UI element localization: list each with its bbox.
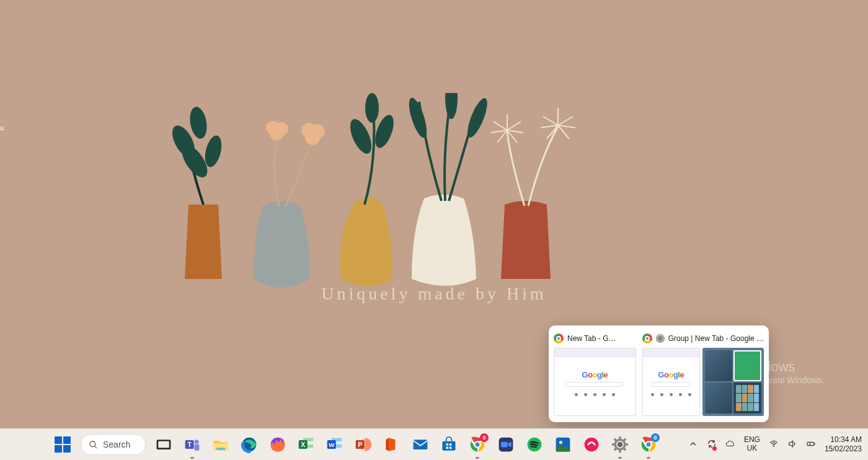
svg-point-1	[188, 105, 210, 140]
chevron-up-icon	[688, 439, 698, 449]
preview-thumbnail[interactable]: Google	[642, 348, 700, 416]
onedrive-icon[interactable]	[725, 439, 735, 451]
svg-text:X: X	[301, 441, 305, 448]
photos-app[interactable]	[552, 434, 574, 455]
wifi-icon[interactable]	[769, 439, 779, 451]
spotify-app[interactable]	[524, 434, 545, 455]
svg-line-26	[558, 125, 569, 139]
svg-rect-84	[814, 443, 815, 445]
edge-app[interactable]	[239, 434, 260, 455]
snap-layout-panel[interactable]	[702, 348, 764, 416]
clock-time: 10:34 AM	[830, 435, 862, 445]
svg-line-29	[541, 125, 558, 128]
search-label: Search	[103, 440, 130, 449]
svg-text:W: W	[329, 441, 335, 448]
settings-app[interactable]	[609, 434, 631, 455]
start-button[interactable]	[52, 434, 73, 455]
desktop-icon-fragment: u	[0, 124, 6, 131]
teams-app[interactable]: T	[182, 434, 203, 455]
chrome-app-2[interactable]: 0	[638, 434, 659, 455]
desktop[interactable]: u	[0, 0, 868, 428]
badge: 0	[480, 433, 489, 442]
powerpoint-app[interactable]: P	[353, 434, 374, 455]
svg-point-67	[559, 441, 562, 444]
chrome-icon	[642, 334, 652, 343]
svg-line-25	[543, 117, 558, 125]
svg-rect-56	[446, 443, 449, 446]
svg-rect-55	[443, 441, 456, 451]
svg-point-12	[365, 93, 379, 123]
tray-overflow-button[interactable]	[688, 439, 698, 451]
svg-point-36	[195, 440, 199, 444]
mail-app[interactable]	[410, 434, 431, 455]
svg-line-18	[494, 122, 507, 130]
taskbar: Search T X W P	[0, 428, 868, 460]
language-indicator[interactable]: ENG UK	[744, 436, 760, 453]
svg-point-6	[266, 121, 280, 135]
svg-rect-33	[158, 441, 169, 448]
preview-window-2[interactable]: Group | New Tab - Google … Google	[642, 332, 764, 416]
language-top: ENG	[744, 436, 760, 445]
windows-update-icon[interactable]	[707, 439, 717, 451]
clock-date: 15/02/2023	[825, 445, 862, 454]
battery-icon[interactable]	[806, 439, 816, 451]
preview-thumbnail[interactable]: Google	[554, 348, 636, 416]
chrome-icon	[554, 334, 564, 343]
language-bottom: UK	[747, 445, 758, 453]
office-app[interactable]	[381, 434, 402, 455]
firefox-app[interactable]	[267, 434, 288, 455]
preview-window-1[interactable]: New Tab - G… Google	[554, 332, 636, 416]
svg-line-24	[558, 117, 573, 125]
taskbar-preview-flyout: New Tab - G… Google Group | New Tab - Go…	[549, 325, 769, 422]
svg-text:T: T	[187, 441, 192, 448]
svg-point-30	[90, 441, 95, 446]
svg-point-13	[405, 96, 430, 140]
zoom-app[interactable]	[495, 434, 516, 455]
preview-title: New Tab - G…	[567, 334, 616, 343]
svg-rect-58	[446, 447, 449, 449]
preview-title: Group | New Tab - Google …	[668, 334, 764, 343]
gear-icon	[656, 334, 665, 343]
volume-icon[interactable]	[787, 439, 797, 451]
wallpaper-art	[161, 93, 583, 310]
svg-point-82	[773, 446, 774, 447]
svg-line-17	[507, 122, 521, 130]
svg-point-9	[301, 123, 316, 138]
pink-app[interactable]	[581, 434, 602, 455]
svg-rect-64	[501, 442, 508, 448]
svg-line-28	[558, 125, 575, 128]
clock[interactable]: 10:34 AM 15/02/2023	[825, 435, 862, 454]
search-icon	[89, 440, 98, 449]
svg-line-31	[94, 446, 97, 448]
word-app[interactable]: W	[324, 434, 345, 455]
system-tray: ENG UK 10:34 AM 15/02/2023	[688, 429, 862, 460]
svg-rect-38	[216, 448, 225, 450]
svg-point-15	[464, 96, 491, 140]
svg-rect-59	[450, 447, 452, 449]
file-explorer-app[interactable]	[210, 434, 231, 455]
task-view-button[interactable]	[153, 434, 174, 455]
wallpaper-caption: Uniquely made by Him	[0, 284, 868, 304]
store-app[interactable]	[438, 434, 459, 455]
svg-text:P: P	[358, 441, 362, 448]
svg-point-69	[618, 442, 623, 448]
badge: 0	[651, 433, 660, 442]
chrome-app-1[interactable]: 0	[467, 434, 488, 455]
excel-app[interactable]: X	[296, 434, 317, 455]
taskbar-search[interactable]: Search	[81, 434, 146, 455]
svg-rect-68	[585, 438, 599, 452]
svg-rect-57	[450, 443, 452, 446]
svg-point-14	[445, 93, 458, 119]
svg-rect-54	[414, 440, 428, 449]
